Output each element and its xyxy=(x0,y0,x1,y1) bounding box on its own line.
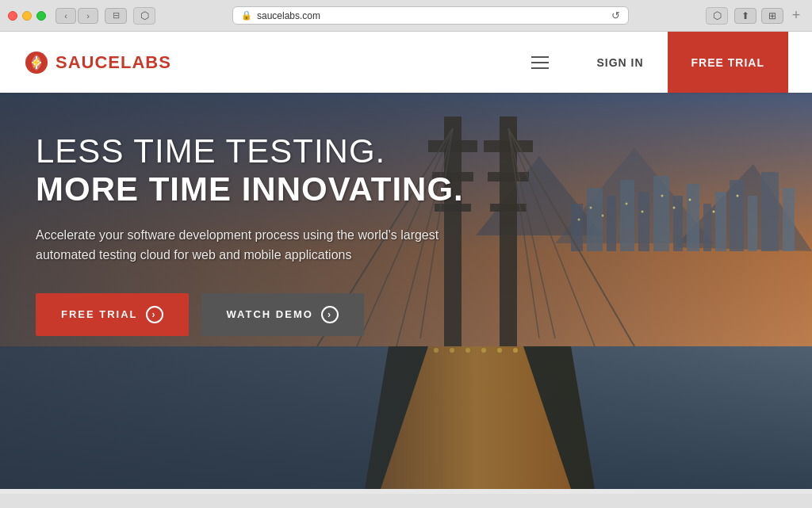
hero-title-light: LESS TIME TESTING. xyxy=(36,132,488,170)
new-tab-button[interactable]: + xyxy=(788,8,804,24)
free-trial-arrow-icon: › xyxy=(146,306,163,323)
hero-subtitle: Accelerate your software development pro… xyxy=(36,225,464,265)
watch-demo-button[interactable]: WATCH DEMO › xyxy=(201,293,364,336)
close-button[interactable] xyxy=(8,11,17,21)
lock-icon: 🔒 xyxy=(241,10,252,21)
window-button[interactable]: ⊟ xyxy=(105,8,127,24)
site-logo[interactable]: ⚡ SAUCELABS xyxy=(24,50,171,75)
svg-text:⚡: ⚡ xyxy=(30,56,42,68)
website-content: ⚡ SAUCELABS SIGN IN FREE TRIAL xyxy=(0,32,812,489)
free-trial-hero-button[interactable]: FREE TRIAL › xyxy=(36,293,189,336)
nav-right: SIGN IN FREE TRIAL xyxy=(523,32,788,93)
hero-content: LESS TIME TESTING. MORE TIME INNOVATING.… xyxy=(0,93,523,376)
logo-text: SAUCELABS xyxy=(56,52,171,73)
maximize-button[interactable] xyxy=(36,11,46,21)
minimize-button[interactable] xyxy=(22,11,32,21)
hero-title-bold: MORE TIME INNOVATING. xyxy=(36,170,488,208)
browser-titlebar: ‹ › ⊟ ⬡ 🔒 saucelabs.com ↺ ⬡ ⬆ ⊞ + xyxy=(0,0,812,31)
sign-in-button[interactable]: SIGN IN xyxy=(573,56,667,69)
watch-demo-arrow-icon: › xyxy=(321,306,339,323)
browser-nav-buttons: ‹ › xyxy=(56,8,98,24)
back-button[interactable]: ‹ xyxy=(56,8,76,24)
url-text: saucelabs.com xyxy=(257,10,607,21)
hamburger-line xyxy=(531,62,549,63)
toolbar-icons: ⬆ ⊞ + xyxy=(734,8,804,24)
hamburger-menu[interactable] xyxy=(523,48,557,77)
layers-icon[interactable]: ⬡ xyxy=(133,7,155,25)
refresh-button[interactable]: ↺ xyxy=(611,10,620,21)
address-bar[interactable]: 🔒 saucelabs.com ↺ xyxy=(232,6,629,25)
hamburger-line xyxy=(531,56,549,58)
site-navigation: ⚡ SAUCELABS SIGN IN FREE TRIAL xyxy=(0,32,812,93)
logo-icon: ⚡ xyxy=(24,50,49,75)
pocket-icon[interactable]: ⬡ xyxy=(706,7,728,25)
hero-section: LESS TIME TESTING. MORE TIME INNOVATING.… xyxy=(0,93,812,489)
forward-button[interactable]: › xyxy=(78,8,98,24)
tab-overview-button[interactable]: ⊞ xyxy=(761,8,783,24)
browser-chrome: ‹ › ⊟ ⬡ 🔒 saucelabs.com ↺ ⬡ ⬆ ⊞ + xyxy=(0,0,812,32)
bottom-bar xyxy=(0,494,812,508)
hamburger-line xyxy=(531,67,549,69)
traffic-lights xyxy=(8,11,46,21)
free-trial-nav-button[interactable]: FREE TRIAL xyxy=(668,32,788,93)
hero-buttons: FREE TRIAL › WATCH DEMO › xyxy=(36,293,488,336)
share-button[interactable]: ⬆ xyxy=(734,8,756,24)
